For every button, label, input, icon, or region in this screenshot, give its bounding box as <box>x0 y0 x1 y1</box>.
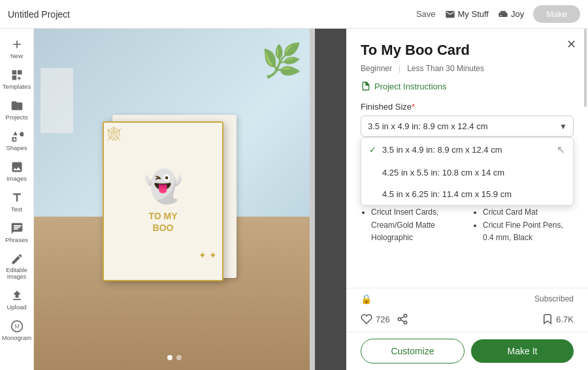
project-instructions-label: Project Instructions <box>374 82 447 91</box>
topbar: Untitled Project Save My Stuff Joy Make <box>0 0 588 29</box>
materials-item-1: Cricut Insert Cards, Cream/Gold Matte Ho… <box>371 206 462 244</box>
editable-images-icon <box>10 253 24 266</box>
size-dropdown[interactable]: 3.5 in x 4.9 in: 8.9 cm x 12.4 cm 4.25 i… <box>361 116 574 137</box>
topbar-actions: Save My Stuff Joy Make <box>416 5 580 23</box>
project-instructions-link[interactable]: Project Instructions <box>361 81 574 91</box>
subscribed-bar: 🔒 Subscribed <box>346 288 588 309</box>
project-title: Untitled Project <box>8 9 416 20</box>
bookmarks-count: 6.7K <box>556 315 574 324</box>
lock-icon: 🔒 <box>361 294 372 304</box>
sidebar-item-templates[interactable]: Templates <box>0 65 33 94</box>
monogram-icon: M <box>10 320 24 333</box>
everything-item-1: Cricut Card Mat <box>483 206 574 219</box>
sidebar-item-upload[interactable]: Upload <box>0 285 33 315</box>
envelope-icon <box>445 9 455 20</box>
make-button[interactable]: Make <box>533 5 580 23</box>
sidebar-item-editable-images[interactable]: Editable Images <box>0 249 33 284</box>
modal-footer: Customize Make It <box>346 331 588 370</box>
plant-decoration: 🌿 <box>261 42 302 80</box>
sidebar-item-projects[interactable]: Projects <box>0 95 33 125</box>
shapes-icon <box>10 130 24 143</box>
svg-point-6 <box>398 318 401 321</box>
sidebar-item-new[interactable]: New <box>0 34 33 63</box>
upload-icon <box>10 289 24 302</box>
required-star: * <box>412 102 415 112</box>
everything-else-list: Cricut Card Mat Cricut Fine Point Pens, … <box>472 206 574 244</box>
materials-to-cut-list: Cricut Insert Cards, Cream/Gold Matte Ho… <box>361 206 462 244</box>
modal-panel: ✕ To My Boo Card Beginner | Less Than 30… <box>346 29 588 370</box>
meta-divider: | <box>399 64 400 73</box>
modal-body: To My Boo Card Beginner | Less Than 30 M… <box>346 29 588 288</box>
share-icon <box>397 313 408 325</box>
svg-text:M: M <box>14 323 19 330</box>
difficulty-label: Beginner <box>361 64 392 73</box>
dropdown-options: ✓ 3.5 in x 4.9 in: 8.9 cm x 12.4 cm ↖ 4.… <box>361 137 574 206</box>
modal-scrollbar-thumb <box>584 29 587 107</box>
image-dot-2[interactable] <box>176 355 182 360</box>
finished-size-label: Finished Size* <box>361 102 574 112</box>
sidebar: New Templates Projects Shapes Images Tex… <box>0 29 34 370</box>
images-icon <box>10 161 24 174</box>
time-label: Less Than 30 Minutes <box>407 64 484 73</box>
card-front: 🕸 👻 TO MYBOO ✦ ✦ <box>103 121 223 281</box>
projects-icon <box>10 99 24 112</box>
sidebar-item-monogram[interactable]: M Monogram <box>0 316 33 345</box>
svg-line-8 <box>400 320 404 322</box>
templates-icon <box>10 69 24 82</box>
dropdown-option-2[interactable]: 4.25 in x 5.5 in: 10.8 cm x 14 cm <box>361 162 573 183</box>
svg-rect-1 <box>500 10 506 12</box>
size-dropdown-wrapper: 3.5 in x 4.9 in: 8.9 cm x 12.4 cm 4.25 i… <box>361 116 574 137</box>
sidebar-item-phrases[interactable]: Phrases <box>0 218 33 247</box>
paper-stack <box>41 68 73 133</box>
bookmark-section: 6.7K <box>542 313 574 325</box>
svg-point-7 <box>404 321 407 324</box>
editable-images-label: Editable Images <box>3 267 31 280</box>
text-icon <box>10 191 24 204</box>
modal-meta: Beginner | Less Than 30 Minutes <box>361 64 574 73</box>
card-illustration: 🕸 👻 TO MYBOO ✦ ✦ <box>103 108 246 291</box>
bookmark-icon[interactable] <box>542 313 553 325</box>
like-button[interactable]: 726 <box>361 313 390 325</box>
phrases-icon <box>10 222 24 235</box>
instructions-icon <box>361 81 371 91</box>
sidebar-item-text[interactable]: Text <box>0 187 33 217</box>
everything-item-2: Cricut Fine Point Pens, 0.4 mm, Black <box>483 219 574 244</box>
share-button[interactable] <box>397 313 408 325</box>
dropdown-option-3[interactable]: 4.5 in x 6.25 in: 11.4 cm x 15.9 cm <box>361 183 573 205</box>
card-text: TO MYBOO <box>148 210 177 234</box>
star-decoration: ✦ ✦ <box>199 250 217 260</box>
sidebar-item-shapes[interactable]: Shapes <box>0 126 33 155</box>
make-it-button[interactable]: Make It <box>471 339 574 363</box>
svg-line-9 <box>400 316 404 318</box>
image-scrollbar[interactable] <box>310 29 315 370</box>
spider-web-decoration: 🕸 <box>107 126 122 143</box>
svg-point-5 <box>404 315 407 318</box>
subscribed-label: Subscribed <box>534 294 574 303</box>
modal-title: To My Boo Card <box>361 42 574 59</box>
customize-button[interactable]: Customize <box>361 339 465 363</box>
social-bar: 726 6.7K <box>346 309 588 331</box>
check-icon: ✓ <box>369 145 378 155</box>
heart-icon <box>361 313 372 325</box>
cursor-icon: ↖ <box>557 144 565 156</box>
modal-scrollbar[interactable] <box>583 29 587 288</box>
plus-icon <box>10 38 24 51</box>
close-button[interactable]: ✕ <box>563 37 579 52</box>
machine-selector[interactable]: Joy <box>498 9 524 20</box>
my-stuff-button[interactable]: My Stuff <box>445 9 489 20</box>
save-button[interactable]: Save <box>416 9 436 19</box>
likes-count: 726 <box>376 315 390 324</box>
svg-rect-0 <box>498 12 507 17</box>
image-pagination <box>167 355 182 360</box>
sidebar-item-images[interactable]: Images <box>0 157 33 186</box>
dropdown-option-1[interactable]: ✓ 3.5 in x 4.9 in: 8.9 cm x 12.4 cm ↖ <box>361 138 573 162</box>
svg-point-2 <box>500 15 502 16</box>
project-image: 🕸 👻 TO MYBOO ✦ ✦ 🌿 <box>34 29 315 370</box>
ghost-image: 👻 <box>144 168 183 205</box>
image-dot-1[interactable] <box>167 355 172 360</box>
machine-icon <box>498 9 508 20</box>
